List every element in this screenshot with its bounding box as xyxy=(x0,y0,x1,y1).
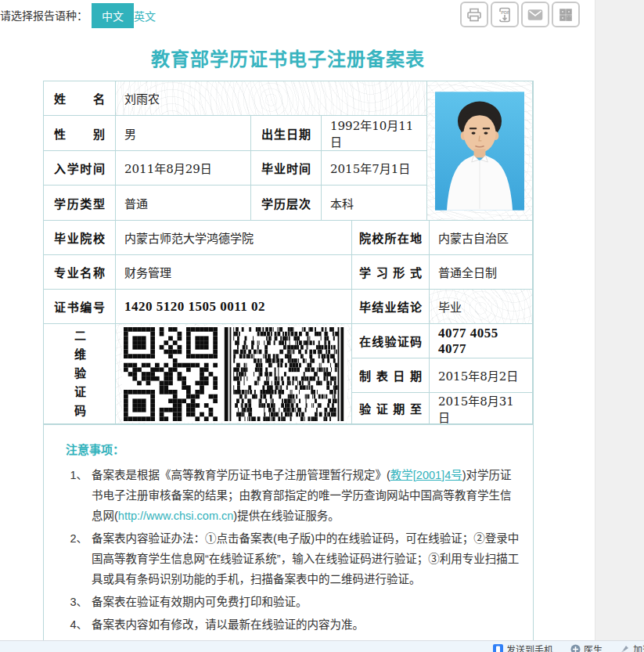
print-button[interactable] xyxy=(460,2,488,27)
edu-level-label: 学历层次 xyxy=(251,186,322,221)
issue-date-value: 2015年8月2日 xyxy=(430,358,533,393)
pdf-download-icon: PDF xyxy=(496,6,513,23)
svg-text:PDF: PDF xyxy=(501,9,510,14)
note-item-1: 1、 备案表是根据《高等教育学历证书电子注册管理暂行规定》(教学[2001]4号… xyxy=(66,465,520,526)
browser-gutter xyxy=(595,0,644,652)
portrait-photo: ···· · ········ ···· ···· ·· xyxy=(435,92,524,211)
name-value: 刘雨农 xyxy=(116,81,427,116)
pdf-download-button[interactable]: PDF xyxy=(491,2,519,27)
qrcode-button[interactable] xyxy=(552,2,580,27)
valid-until-value: 2015年8月31日 xyxy=(430,393,533,424)
graduate-date-value: 2015年7月1日 xyxy=(322,151,427,186)
pdf417-barcode-image xyxy=(222,327,346,421)
page-title: 教育部学历证书电子注册备案表 xyxy=(0,44,576,71)
edu-type-value: 普通 xyxy=(116,186,251,221)
school-location-value: 内蒙古自治区 xyxy=(430,221,533,255)
school-label: 毕业院校 xyxy=(44,221,116,255)
doctor-button[interactable]: 医生 xyxy=(570,643,603,652)
gender-value: 男 xyxy=(116,116,251,151)
note-item-2: 2、 备案表内容验证办法：①点击备案表(电子版)中的在线验证码，可在线验证；②登… xyxy=(66,528,520,589)
conclusion-label: 毕结业结论 xyxy=(352,290,430,324)
accelerator-button[interactable]: 加速球 xyxy=(620,643,644,652)
language-select-label: 请选择报告语种： xyxy=(0,7,88,23)
certificate-table: 姓名 刘雨农 ···· · ········ ···· ···· ·· 性别 男… xyxy=(43,81,534,425)
qrcode-icon xyxy=(557,6,574,23)
issue-date-label: 制表日期 xyxy=(352,358,430,393)
report-toolbar: PDF xyxy=(460,2,580,27)
qr-barcode-cell xyxy=(116,324,352,424)
notes-heading: 注意事项： xyxy=(66,441,520,457)
notes-section: 注意事项： 1、 备案表是根据《高等教育学历证书电子注册管理暂行规定》(教学[2… xyxy=(43,425,534,652)
edu-type-label: 学历类型 xyxy=(44,186,116,221)
edu-level-value: 本科 xyxy=(322,186,427,221)
study-form-value: 普通全日制 xyxy=(430,255,533,290)
study-form-label: 学习形式 xyxy=(352,255,430,290)
svg-text:···· ···· ···· ··: ···· ···· ···· ·· xyxy=(452,198,489,202)
enroll-date-label: 入学时间 xyxy=(44,151,116,186)
language-english-link[interactable]: 英文 xyxy=(134,8,156,23)
rocket-icon xyxy=(620,644,630,652)
conclusion-value: 毕业 xyxy=(430,290,533,324)
doctor-icon xyxy=(570,644,581,652)
svg-text:···· · ····: ···· · ···· xyxy=(460,189,484,193)
birth-date-value: 1992年10月11日 xyxy=(322,116,427,151)
regulation-link[interactable]: 教学[2001]4号 xyxy=(390,469,462,481)
enroll-date-value: 2011年8月29日 xyxy=(116,151,251,186)
qr-code-image xyxy=(124,327,218,421)
major-label: 专业名称 xyxy=(44,255,116,290)
qr-section-label: 二维验证码 xyxy=(44,324,116,424)
code-panel xyxy=(122,326,347,423)
cert-no-value: 1420 5120 1505 0011 02 xyxy=(116,290,352,324)
major-value: 财务管理 xyxy=(116,255,352,290)
chsi-url-link[interactable]: http://www.chsi.com.cn xyxy=(118,510,233,522)
school-location-label: 院校所在地 xyxy=(352,221,430,255)
send-to-phone-icon xyxy=(493,644,503,652)
email-icon xyxy=(527,6,544,23)
note-item-3: 3、 备案表在验证有效期内可免费打印和验证。 xyxy=(66,592,520,612)
name-label: 姓名 xyxy=(44,81,116,116)
birth-date-label: 出生日期 xyxy=(251,116,322,151)
valid-until-label: 验证期至 xyxy=(352,393,430,424)
email-button[interactable] xyxy=(521,2,549,27)
language-chinese-button[interactable]: 中文 xyxy=(92,3,134,28)
photo-cell: ···· · ········ ···· ···· ·· xyxy=(427,81,533,221)
send-to-phone-button[interactable]: 发送到手机 xyxy=(493,643,553,652)
gender-label: 性别 xyxy=(44,116,116,151)
online-code-value[interactable]: 4077 4055 4077 xyxy=(430,324,533,358)
note-item-4: 4、 备案表内容如有修改，请以最新在线验证的内容为准。 xyxy=(66,614,520,635)
browser-bottom-bar: 发送到手机 医生 加速球 xyxy=(0,640,644,652)
graduate-date-label: 毕业时间 xyxy=(251,151,322,186)
online-code-label: 在线验证码 xyxy=(352,324,430,358)
cert-no-label: 证书编号 xyxy=(44,290,116,324)
school-value: 内蒙古师范大学鸿德学院 xyxy=(116,221,352,255)
printer-icon xyxy=(466,6,483,23)
